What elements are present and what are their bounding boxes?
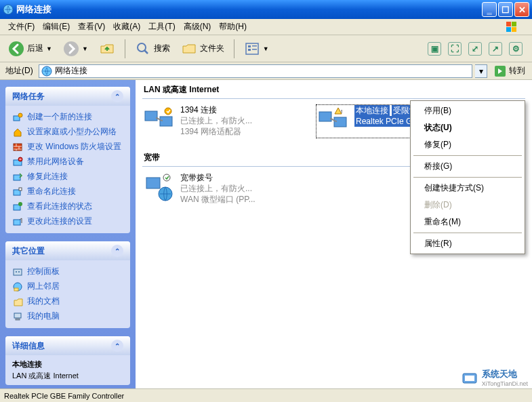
toolbar-right-icons: ▣ ⛶ ⤢ ↗ ⚙ [428,42,528,56]
menu-help[interactable]: 帮助(H) [215,20,251,34]
ext-icon-2[interactable]: ⛶ [448,42,462,56]
new-conn-icon [12,112,23,123]
cm-properties[interactable]: 属性(R) [412,235,523,252]
toolbar: 后退 ▼ ▼ 搜索 文件夹 ▼ ▣ ⛶ ⤢ ↗ ⚙ [0,35,532,62]
other-places-title: 其它位置 [12,245,45,257]
task-firewall[interactable]: 更改 Windows 防火墙设置 [12,140,123,155]
svg-rect-4 [512,27,516,32]
cm-status[interactable]: 状态(U) [412,119,523,136]
go-label: 转到 [509,65,525,77]
folders-button[interactable]: 文件夹 [177,38,228,60]
status-icon [12,201,23,212]
cm-bridge[interactable]: 桥接(G) [412,158,523,175]
back-icon [8,41,24,57]
menu-file[interactable]: 文件(F) [4,20,39,34]
context-menu: 停用(B) 状态(U) 修复(P) 桥接(G) 创建快捷方式(S) 删除(D) … [410,100,525,254]
home-net-icon [12,127,23,138]
content-area: LAN 或高速 Internet 1394 连接 已连接上，有防火... 139… [136,80,532,388]
svg-point-41 [163,174,170,181]
connection-1394[interactable]: 1394 连接 已连接上，有防火... 1394 网络适配器 [142,104,305,138]
network-tasks-body: 创建一个新的连接 设置家庭或小型办公网络 更改 Windows 防火墙设置 禁用… [5,106,130,233]
network-tasks-header[interactable]: 网络任务 ⌃ [5,87,130,106]
minimize-button[interactable]: ‗ [482,2,497,17]
watermark-brand: 系统天地 [482,368,528,380]
connection-icon: ! [316,105,349,138]
svg-rect-26 [14,269,22,275]
svg-rect-3 [506,27,511,32]
task-status[interactable]: 查看此连接的状态 [12,199,123,214]
task-rename[interactable]: 重命名此连接 [12,184,123,199]
task-home-network[interactable]: 设置家庭或小型办公网络 [12,125,123,140]
connection-icon [142,104,175,137]
ext-icon-5[interactable]: ⚙ [509,42,523,56]
connection-device: WAN 微型端口 (PP... [180,194,255,205]
search-button[interactable]: 搜索 [131,38,174,60]
mydocs-icon [12,296,23,307]
address-input[interactable]: 网络连接 [39,64,472,78]
folder-up-icon [99,41,115,57]
menu-tools[interactable]: 工具(T) [144,20,179,34]
task-properties[interactable]: 更改此连接的设置 [12,214,123,229]
svg-rect-39 [146,178,160,188]
address-bar: 地址(D) 网络连接 ▾ 转到 [0,62,532,80]
cm-rename[interactable]: 重命名(M) [412,214,523,230]
svg-rect-20 [14,175,20,180]
windows-flag-icon [504,20,528,35]
forward-dropdown-icon: ▼ [82,45,88,52]
task-new-connection[interactable]: 创建一个新的连接 [12,110,123,125]
details-header[interactable]: 详细信息 ⌃ [5,336,130,355]
mycomputer-icon [12,311,23,322]
connection-icon [142,172,175,205]
side-pane: 网络任务 ⌃ 创建一个新的连接 设置家庭或小型办公网络 更改 Windows 防… [0,80,136,388]
place-my-documents[interactable]: 我的文档 [12,294,123,309]
watermark-url: XiTongTianDi.net [482,380,528,387]
ext-icon-3[interactable]: ⤢ [468,42,482,56]
back-dropdown-icon: ▼ [46,45,52,52]
other-places-header[interactable]: 其它位置 ⌃ [5,241,130,260]
svg-rect-25 [14,220,20,225]
maximize-button[interactable]: ☐ [498,2,513,17]
connection-broadband-dial[interactable]: 宽带拨号 已连接上，有防火... WAN 微型端口 (PP... [142,172,305,205]
back-button[interactable]: 后退 ▼ [4,38,56,60]
views-button[interactable]: ▼ [240,38,273,60]
cm-repair[interactable]: 修复(P) [412,136,523,153]
forward-button[interactable]: ▼ [59,38,92,60]
menu-view[interactable]: 查看(V) [74,20,109,34]
go-button[interactable]: 转到 [490,65,529,77]
search-label: 搜索 [154,43,170,54]
details-name: 本地连接 [12,359,123,369]
cm-delete: 删除(D) [412,197,523,214]
ext-icon-1[interactable]: ▣ [428,42,441,56]
place-my-computer[interactable]: 我的电脑 [12,309,123,324]
task-disable[interactable]: 禁用此网络设备 [12,155,123,169]
place-control-panel[interactable]: 控制面板 [12,264,123,279]
place-network-neighborhood[interactable]: 网上邻居 [12,279,123,294]
collapse-icon: ⌃ [111,245,123,257]
props-icon [12,216,23,227]
up-button[interactable] [95,38,119,60]
connection-name: 本地连接 [354,105,390,116]
menu-bar: 文件(F) 编辑(E) 查看(V) 收藏(A) 工具(T) 高级(N) 帮助(H… [0,19,532,35]
watermark-logo-icon [460,369,479,386]
other-places-body: 控制面板 网上邻居 我的文档 我的电脑 [5,260,130,328]
other-places-panel: 其它位置 ⌃ 控制面板 网上邻居 我的文档 我的电脑 [5,241,130,328]
menu-edit[interactable]: 编辑(E) [39,20,74,34]
svg-rect-9 [248,45,251,47]
menu-advanced[interactable]: 高级(N) [180,20,216,34]
folders-label: 文件夹 [200,43,224,54]
cm-disable[interactable]: 停用(B) [412,102,523,119]
svg-point-28 [18,271,20,273]
cm-shortcut[interactable]: 创建快捷方式(S) [412,180,523,197]
svg-rect-30 [14,288,18,291]
cm-separator [413,177,522,178]
status-bar: Realtek PCIe GBE Family Controller [0,388,532,402]
svg-rect-1 [506,22,511,26]
menu-favorites[interactable]: 收藏(A) [109,20,144,34]
address-dropdown[interactable]: ▾ [475,64,487,78]
ext-icon-4[interactable]: ↗ [489,42,502,56]
search-icon [135,41,151,57]
details-category: LAN 或高速 Internet [12,371,123,381]
details-panel: 详细信息 ⌃ 本地连接 LAN 或高速 Internet [5,336,130,385]
task-repair[interactable]: 修复此连接 [12,169,123,184]
close-button[interactable]: ✕ [514,2,529,17]
